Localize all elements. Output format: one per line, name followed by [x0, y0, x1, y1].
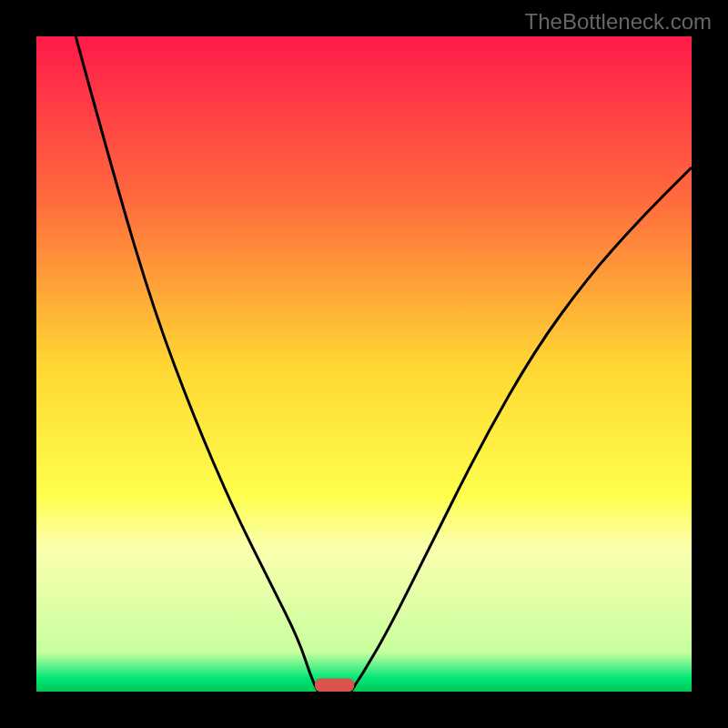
bottom-marker	[315, 679, 354, 692]
watermark-text: TheBottleneck.com	[525, 9, 712, 35]
plot-background	[36, 36, 692, 692]
chart-container: TheBottleneck.com	[0, 0, 728, 728]
chart-svg	[0, 0, 728, 728]
